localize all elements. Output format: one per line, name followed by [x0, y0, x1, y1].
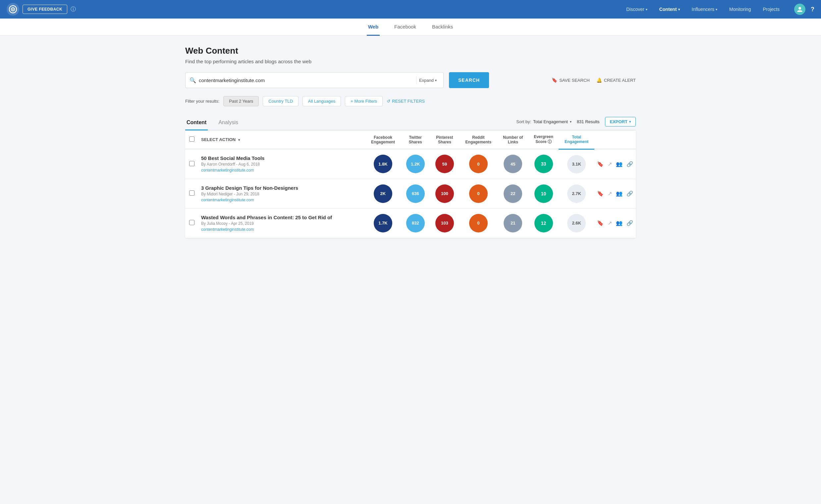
tab-bar: Web Facebook Backlinks [0, 19, 821, 36]
tw-stat: 636 [406, 184, 425, 203]
total-stat: 2.6K [567, 214, 586, 232]
content-tabs-row: Content Analysis Sort by: Total Engageme… [185, 116, 636, 130]
tab-content[interactable]: Content [185, 116, 208, 130]
link-icon[interactable]: 🔗 [627, 161, 633, 167]
results-table-wrap: SELECT ACTION ▾ FacebookEngagement Twitt… [185, 130, 636, 238]
nav-influencers[interactable]: Influencers ▾ [686, 1, 723, 18]
nav-right: ? [794, 4, 814, 15]
article-title[interactable]: Wasted Words and Phrases in Content: 25 … [201, 215, 362, 220]
links-stat: 22 [504, 184, 522, 203]
search-icon: 🔍 [189, 77, 196, 83]
col-reddit: RedditEngagements [459, 130, 498, 149]
search-actions: 🔖 SAVE SEARCH 🔔 CREATE ALERT [552, 77, 636, 83]
export-button[interactable]: EXPORT ▾ [605, 117, 636, 126]
chevron-down-icon: ▾ [238, 138, 240, 142]
article-source[interactable]: contentmarketinginstitute.com [201, 168, 362, 173]
page-subtitle: Find the top performing articles and blo… [185, 59, 636, 64]
article-source[interactable]: contentmarketinginstitute.com [201, 227, 362, 232]
pin-stat: 103 [436, 214, 454, 232]
sort-by[interactable]: Sort by: Total Engagement ▾ [516, 119, 572, 124]
tab-backlinks[interactable]: Backlinks [431, 19, 454, 36]
select-action-header[interactable]: SELECT ACTION ▾ [198, 130, 365, 149]
logo-icon [9, 5, 17, 14]
nav-monitoring[interactable]: Monitoring [723, 1, 757, 18]
article-title[interactable]: 3 Graphic Design Tips for Non-Designers [201, 185, 362, 191]
expand-button[interactable]: Expand ▾ [416, 76, 439, 84]
info-icon[interactable]: ⓘ [71, 6, 76, 13]
links-stat: 45 [504, 155, 522, 173]
reddit-stat: 0 [469, 184, 488, 203]
search-button[interactable]: SEARCH [449, 72, 489, 88]
reset-filters-button[interactable]: ↺ RESET FILTERS [386, 99, 425, 104]
table-row: 50 Best Social Media Tools By Aaron Oren… [185, 149, 636, 179]
col-tw: TwitterShares [401, 130, 430, 149]
ev-stat: 33 [535, 155, 553, 173]
results-table: SELECT ACTION ▾ FacebookEngagement Twitt… [185, 130, 636, 238]
logo[interactable] [7, 3, 19, 16]
article-meta: By Aaron Orendorff - Aug 6, 2018 [201, 162, 362, 167]
give-feedback-button[interactable]: GIVE FEEDBACK [23, 5, 67, 14]
save-icon[interactable]: 🔖 [597, 161, 604, 167]
user-icon [796, 6, 803, 13]
fb-stat: 1.7K [374, 214, 392, 232]
reddit-stat: 0 [469, 214, 488, 232]
article-meta: By Midori Nediger - Jun 29, 2018 [201, 192, 362, 196]
more-filters-button[interactable]: + More Filters [345, 96, 383, 106]
tw-stat: 1.2K [406, 155, 425, 173]
tab-web[interactable]: Web [367, 19, 380, 36]
search-input[interactable] [199, 77, 412, 83]
table-row: Wasted Words and Phrases in Content: 25 … [185, 208, 636, 238]
fb-stat: 1.8K [374, 155, 392, 173]
pin-stat: 100 [436, 184, 454, 203]
chevron-down-icon: ▾ [678, 8, 680, 11]
col-pin: PinterestShares [430, 130, 459, 149]
results-header: Sort by: Total Engagement ▾ 831 Results … [516, 117, 636, 130]
share-icon[interactable]: ↗ [608, 220, 612, 226]
ev-stat: 10 [535, 184, 553, 203]
link-icon[interactable]: 🔗 [627, 190, 633, 197]
col-total: TotalEngagement [559, 130, 594, 149]
nav-content[interactable]: Content ▾ [653, 1, 686, 18]
svg-point-2 [12, 9, 14, 10]
save-icon[interactable]: 🔖 [597, 190, 604, 197]
date-filter-button[interactable]: Past 2 Years [223, 96, 259, 106]
tab-analysis[interactable]: Analysis [217, 116, 239, 130]
col-links: Number ofLinks [498, 130, 529, 149]
ev-stat: 12 [535, 214, 553, 232]
tab-facebook[interactable]: Facebook [393, 19, 418, 36]
tw-stat: 832 [406, 214, 425, 232]
share-icon[interactable]: ↗ [608, 190, 612, 197]
nav-links: Discover ▾ Content ▾ Influencers ▾ Monit… [620, 1, 786, 18]
results-count: 831 Results [577, 119, 600, 124]
bookmark-icon: 🔖 [552, 77, 557, 83]
save-search-link[interactable]: 🔖 SAVE SEARCH [552, 77, 590, 83]
search-bar: 🔍 Expand ▾ [185, 72, 444, 88]
select-all-checkbox[interactable] [189, 136, 194, 142]
country-filter-button[interactable]: Country TLD [263, 96, 298, 106]
people-icon[interactable]: 👥 [616, 220, 623, 226]
row-checkbox[interactable] [189, 190, 194, 196]
total-stat: 3.1K [567, 155, 586, 174]
article-source[interactable]: contentmarketinginstitute.com [201, 198, 362, 202]
share-icon[interactable]: ↗ [608, 161, 612, 167]
links-stat: 21 [504, 214, 522, 232]
user-avatar[interactable] [794, 4, 805, 15]
create-alert-link[interactable]: 🔔 CREATE ALERT [596, 77, 636, 83]
nav-discover[interactable]: Discover ▾ [620, 1, 653, 18]
help-icon[interactable]: ? [811, 6, 814, 13]
row-checkbox[interactable] [189, 220, 194, 225]
link-icon[interactable]: 🔗 [627, 220, 633, 226]
save-icon[interactable]: 🔖 [597, 220, 604, 226]
article-title[interactable]: 50 Best Social Media Tools [201, 155, 362, 161]
chevron-down-icon: ▾ [629, 120, 631, 124]
nav-projects[interactable]: Projects [757, 1, 786, 18]
language-filter-button[interactable]: All Languages [302, 96, 341, 106]
people-icon[interactable]: 👥 [616, 190, 623, 197]
chevron-down-icon: ▾ [435, 78, 437, 82]
col-fb: FacebookEngagement [365, 130, 401, 149]
total-stat: 2.7K [567, 184, 586, 203]
people-icon[interactable]: 👥 [616, 161, 623, 167]
table-row: 3 Graphic Design Tips for Non-Designers … [185, 179, 636, 208]
row-checkbox[interactable] [189, 161, 194, 166]
col-ev: EvergreenScore ⓘ [529, 130, 559, 149]
